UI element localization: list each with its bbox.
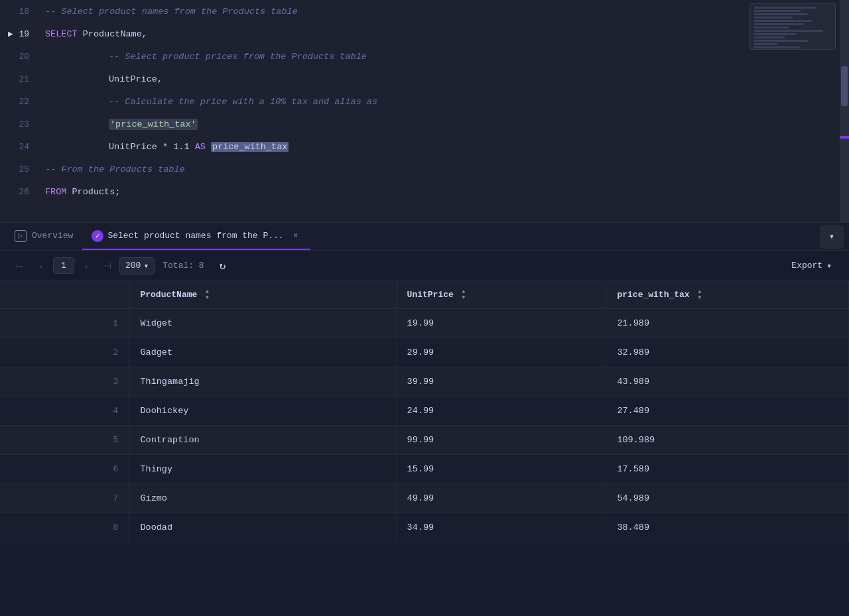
code-editor: 18 -- Select product names from the Prod… bbox=[0, 0, 849, 222]
cell-pricetax: 32.989 bbox=[606, 338, 849, 367]
scrollbar-accent bbox=[840, 136, 849, 139]
cell-pricetax: 109.989 bbox=[606, 426, 849, 455]
string-highlighted: 'price_with_tax' bbox=[109, 119, 198, 130]
bottom-panel: ▷ Overview ✓ Select product names from t… bbox=[0, 222, 849, 616]
line-number-21: 21 bbox=[0, 74, 40, 84]
rows-per-page-value: 200 bbox=[125, 261, 141, 271]
line-content-20: -- Select product prices from the Produc… bbox=[40, 52, 849, 62]
line-content-26: FROM Products; bbox=[40, 187, 849, 197]
cell-rownum: 2 bbox=[0, 338, 129, 367]
cell-pricetax: 27.489 bbox=[606, 397, 849, 426]
cell-productname: Gadget bbox=[129, 338, 396, 367]
cell-productname: Contraption bbox=[129, 426, 396, 455]
line-content-21: UnitPrice, bbox=[40, 74, 849, 84]
cell-unitprice: 24.99 bbox=[396, 397, 606, 426]
tab-close-button[interactable]: × bbox=[291, 231, 301, 241]
last-page-button[interactable]: ⊣ bbox=[98, 257, 117, 275]
line-content-24: UnitPrice * 1.1 AS price_with_tax bbox=[40, 142, 849, 152]
table-row: 6Thingy15.9917.589 bbox=[0, 455, 849, 484]
cell-unitprice: 49.99 bbox=[396, 484, 606, 513]
cell-unitprice: 19.99 bbox=[396, 309, 606, 338]
col-header-pricetax[interactable]: price_with_tax ▲▼ bbox=[606, 281, 849, 309]
tab-overview[interactable]: ▷ Overview bbox=[5, 223, 82, 250]
page-number-input[interactable] bbox=[53, 257, 74, 274]
rows-per-page-select[interactable]: 200 ▾ bbox=[119, 257, 155, 275]
results-table: ProductName ▲▼ UnitPrice ▲▼ price_with_t… bbox=[0, 281, 849, 542]
cell-productname: Thingamajig bbox=[129, 367, 396, 397]
line-content-19: SELECT ProductName, bbox=[40, 29, 849, 39]
code-lines: 18 -- Select product names from the Prod… bbox=[0, 0, 849, 203]
code-line-25: 25 -- From the Products table bbox=[0, 158, 849, 180]
cell-productname: Thingy bbox=[129, 455, 396, 484]
scrollbar-thumb[interactable] bbox=[841, 66, 848, 106]
table-row: 1Widget19.9921.989 bbox=[0, 309, 849, 338]
cell-pricetax: 43.989 bbox=[606, 367, 849, 397]
code-line-20: 20 -- Select product prices from the Pro… bbox=[0, 45, 849, 68]
cell-unitprice: 99.99 bbox=[396, 426, 606, 455]
rows-dropdown-icon: ▾ bbox=[143, 261, 149, 271]
cell-pricetax: 38.489 bbox=[606, 513, 849, 542]
code-line-21: 21 UnitPrice, bbox=[0, 68, 849, 90]
line-number-19: 19 bbox=[0, 29, 40, 39]
editor-scrollbar[interactable] bbox=[840, 0, 849, 222]
sort-icon-productname: ▲▼ bbox=[206, 289, 209, 300]
total-label: Total: 8 bbox=[163, 261, 204, 271]
cell-unitprice: 39.99 bbox=[396, 367, 606, 397]
col-header-unitprice[interactable]: UnitPrice ▲▼ bbox=[396, 281, 606, 309]
tabs-bar: ▷ Overview ✓ Select product names from t… bbox=[0, 223, 849, 251]
line-content-22: -- Calculate the price with a 10% tax an… bbox=[40, 97, 849, 107]
tab-query-label: Select product names from the P... bbox=[107, 231, 283, 241]
next-page-button[interactable]: › bbox=[77, 257, 96, 275]
table-row: 5Contraption99.99109.989 bbox=[0, 426, 849, 455]
col-header-rownum[interactable] bbox=[0, 281, 129, 309]
cell-pricetax: 54.989 bbox=[606, 484, 849, 513]
line-number-20: 20 bbox=[0, 52, 40, 62]
table-row: 7Gizmo49.9954.989 bbox=[0, 484, 849, 513]
cell-rownum: 6 bbox=[0, 455, 129, 484]
cell-productname: Doodad bbox=[129, 513, 396, 542]
cell-rownum: 8 bbox=[0, 513, 129, 542]
cell-rownum: 1 bbox=[0, 309, 129, 338]
cell-rownum: 5 bbox=[0, 426, 129, 455]
code-line-24: 24 UnitPrice * 1.1 AS price_with_tax bbox=[0, 135, 849, 158]
table-header-row: ProductName ▲▼ UnitPrice ▲▼ price_with_t… bbox=[0, 281, 849, 309]
export-label: Export bbox=[791, 261, 822, 271]
tab-overview-label: Overview bbox=[32, 231, 73, 241]
code-line-22: 22 -- Calculate the price with a 10% tax… bbox=[0, 90, 849, 113]
line-number-18: 18 bbox=[0, 7, 40, 17]
export-button[interactable]: Export ▾ bbox=[785, 257, 838, 275]
results-table-container[interactable]: ProductName ▲▼ UnitPrice ▲▼ price_with_t… bbox=[0, 281, 849, 616]
line-content-23: 'price_with_tax' bbox=[40, 119, 849, 130]
cell-unitprice: 34.99 bbox=[396, 513, 606, 542]
chevron-down-icon: ▾ bbox=[829, 231, 834, 242]
table-row: 8Doodad34.9938.489 bbox=[0, 513, 849, 542]
cell-productname: Widget bbox=[129, 309, 396, 338]
line-number-22: 22 bbox=[0, 97, 40, 107]
cell-rownum: 7 bbox=[0, 484, 129, 513]
refresh-button[interactable]: ↻ bbox=[212, 255, 233, 277]
export-dropdown-icon: ▾ bbox=[826, 261, 832, 271]
cell-productname: Doohickey bbox=[129, 397, 396, 426]
table-body: 1Widget19.9921.9892Gadget29.9932.9893Thi… bbox=[0, 309, 849, 542]
comment-text-20: -- Select product prices from the Produc… bbox=[109, 52, 367, 62]
play-indicator: ▶ bbox=[8, 29, 13, 39]
prev-page-button[interactable]: ‹ bbox=[32, 257, 50, 275]
cell-rownum: 3 bbox=[0, 367, 129, 397]
col-header-productname[interactable]: ProductName ▲▼ bbox=[129, 281, 396, 309]
code-line-19: ▶ 19 SELECT ProductName, bbox=[0, 23, 849, 45]
line-content-18: -- Select product names from the Product… bbox=[40, 7, 849, 17]
comment-text: -- Select product names from the Product… bbox=[45, 7, 298, 17]
keyword-select: SELECT bbox=[45, 29, 78, 39]
tabs-dropdown-button[interactable]: ▾ bbox=[820, 225, 844, 249]
line-number-24: 24 bbox=[0, 142, 40, 152]
cell-productname: Gizmo bbox=[129, 484, 396, 513]
alias-highlight: price_with_tax bbox=[211, 142, 289, 152]
cell-rownum: 4 bbox=[0, 397, 129, 426]
cell-unitprice: 29.99 bbox=[396, 338, 606, 367]
comment-text-22: -- Calculate the price with a 10% tax an… bbox=[109, 97, 377, 107]
tab-query[interactable]: ✓ Select product names from the P... × bbox=[82, 223, 310, 250]
code-line-26: 26 FROM Products; bbox=[0, 180, 849, 203]
check-icon: ✓ bbox=[92, 230, 103, 242]
code-line-18: 18 -- Select product names from the Prod… bbox=[0, 0, 849, 23]
first-page-button[interactable]: ⊢ bbox=[11, 257, 29, 275]
